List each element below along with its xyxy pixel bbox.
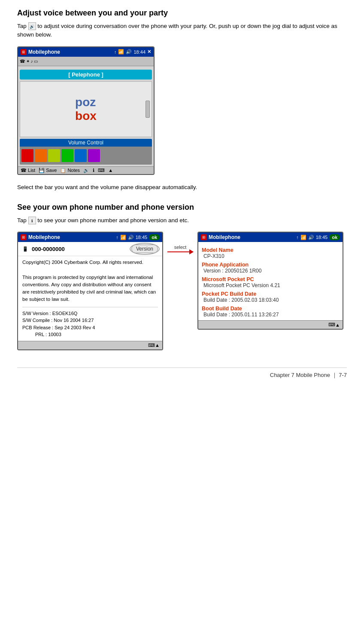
color-bar-yellow — [48, 149, 60, 162]
right-titlebar-text: Mobilephone — [209, 234, 240, 240]
windows-icon: ⊞ — [21, 49, 27, 55]
phone-number-row: 📱 000-0000000 Version — [18, 242, 162, 256]
color-bar-purple — [88, 149, 100, 162]
color-bar-blue — [75, 149, 87, 162]
titlebar-text1: Mobilephone — [28, 49, 60, 55]
model-name-value: CP-X310 — [202, 253, 339, 259]
version-body: Model Name CP-X310 Phone Application Ver… — [198, 242, 343, 320]
tap-icon2: ℹ — [28, 217, 36, 224]
phone-app-value: Version : 20050126 1R00 — [202, 268, 339, 274]
right-time: 18:45 — [316, 235, 328, 240]
left-titlebar-text: Mobilephone — [28, 234, 60, 240]
screenshot1-caption: Select the bar you want and the volume p… — [17, 183, 347, 192]
phone-top-bar1: ☎ ✦ ♪ ▭ — [18, 57, 154, 66]
notice-text: This program is protected by copyright l… — [22, 274, 158, 303]
color-bar-green — [61, 149, 73, 162]
footer-chapter: Chapter 7 Mobile Phone — [270, 372, 330, 378]
arrow-shaft — [167, 251, 193, 252]
left-bottom-keyboard: ⌨ ▲ — [18, 341, 162, 349]
arrow-icon-left: ▲ — [155, 343, 160, 348]
wifi-icon: 📶 — [118, 49, 124, 55]
right-volume-icon: 🔊 — [308, 235, 314, 240]
right-wifi-icon: 📶 — [300, 235, 306, 240]
dual-screens-container: ⊞ Mobilephone ↑ 📶 🔊 18:45 ok 📱 000-00000… — [17, 232, 347, 350]
titlebar-icons1: ↑ 📶 🔊 18:44 ✕ — [114, 49, 151, 55]
phone-body1: [ Pelephone ] poz box Volume Control — [18, 66, 154, 166]
right-titlebar: ⊞ Mobilephone ↑ 📶 🔊 18:45 ok — [198, 233, 343, 242]
color-bars — [20, 147, 152, 165]
left-titlebar: ⊞ Mobilephone ↑ 📶 🔊 18:45 ok — [18, 233, 162, 242]
footer-separator: ｜ — [332, 372, 339, 378]
version-button[interactable]: Version — [131, 245, 158, 253]
keyboard-icon-right: ⌨ — [328, 322, 335, 328]
left-volume-icon: 🔊 — [128, 235, 134, 240]
phone-app-label: Phone Application — [202, 262, 339, 268]
pelephone-bar: [ Pelephone ] — [20, 70, 152, 80]
model-name-label: Model Name — [202, 247, 339, 253]
info-body: Copyright(C) 2004 Cyberbank Corp. All ri… — [18, 256, 162, 341]
pcb-release: PCB Release : Sep 24 2003 Rev 4 — [22, 324, 158, 331]
section1-title: Adjust voice between you and your party — [17, 9, 347, 18]
right-ok-btn[interactable]: ok — [329, 234, 340, 240]
right-signal-icon: ↑ — [296, 235, 299, 240]
pocket-build-value: Build Date : 2005.02.03 18:03:40 — [202, 297, 339, 303]
boot-build-label: Boot Build Date — [202, 306, 339, 312]
left-ok-btn[interactable]: ok — [149, 234, 160, 240]
box-text: box — [75, 109, 97, 123]
left-time: 18:45 — [136, 235, 148, 240]
arrow-icon-right: ▲ — [335, 322, 340, 328]
arrow-head — [189, 249, 194, 254]
left-info-screen: ⊞ Mobilephone ↑ 📶 🔊 18:45 ok 📱 000-00000… — [17, 232, 163, 350]
video-area: poz box — [20, 81, 152, 137]
bottom-list: ☎ List — [21, 168, 35, 173]
right-version-screen: ⊞ Mobilephone ↑ 📶 🔊 18:45 ok Model Name … — [197, 232, 343, 330]
boot-build-value: Build Date : 2005.01.11 13:26:27 — [202, 312, 339, 318]
bottom-volume: 🔊 — [83, 168, 89, 173]
color-bar-orange — [35, 149, 47, 162]
footer-page: 7-7 — [339, 372, 347, 378]
poz-text: poz — [75, 95, 97, 109]
phone-icon-left: 📱 — [22, 246, 28, 252]
color-bar-red — [21, 149, 33, 162]
arrow-line — [167, 251, 193, 252]
sw-compile: S/W Compile : Nov 16 2004 16:27 — [22, 317, 158, 324]
footer: Chapter 7 Mobile Phone ｜ 7-7 — [17, 367, 347, 379]
bottom-save: 💾 Save — [39, 168, 57, 173]
left-signal-icon: ↑ — [116, 235, 118, 240]
arrow-area: select — [163, 232, 197, 252]
right-titlebar-icons: ↑ 📶 🔊 18:45 ok — [296, 234, 340, 240]
sw-version: S/W Version : ESOEK16Q — [22, 310, 158, 317]
scrollbar-area — [146, 101, 150, 118]
sw-section: S/W Version : ESOEK16Q S/W Compile : Nov… — [22, 307, 158, 338]
close-icon1: ✕ — [147, 49, 151, 55]
keyboard-icon-left: ⌨ — [148, 343, 155, 348]
top-bar-icons: ☎ ✦ ♪ ▭ — [20, 59, 38, 64]
bottom-arrow: ▲ — [108, 168, 113, 173]
select-label: select — [174, 245, 187, 250]
volume-icon: 🔊 — [126, 49, 132, 55]
right-bottom-keyboard: ⌨ ▲ — [198, 320, 343, 329]
left-titlebar-icons: ↑ 📶 🔊 18:45 ok — [116, 234, 160, 240]
phone-bottom-bar1: ☎ List 💾 Save 📋 Notes 🔊 ℹ ⌨ ▲ — [18, 166, 154, 174]
pocket-build-label: Pocket PC Build Date — [202, 291, 339, 297]
screenshot1-container: ⊞ Mobilephone ↑ 📶 🔊 18:44 ✕ ☎ ✦ ♪ ▭ [ Pe… — [17, 46, 347, 176]
windows-icon-right: ⊞ — [201, 234, 207, 240]
phone-titlebar1: ⊞ Mobilephone ↑ 📶 🔊 18:44 ✕ — [18, 47, 154, 57]
section1-body-text: to adjust voice during conversation over… — [17, 23, 337, 38]
bottom-keyboard: ⌨ — [98, 168, 105, 173]
signal-icon: ↑ — [114, 49, 117, 55]
phone-number-display: 000-0000000 — [32, 246, 65, 252]
scrollbar — [146, 101, 150, 118]
logo-area: poz box — [75, 95, 97, 123]
section1-body: Tap 🔊 to adjust voice during conversatio… — [17, 22, 347, 40]
ms-pocket-label: Microsoft Pocket PC — [202, 276, 339, 282]
left-wifi-icon: 📶 — [120, 235, 126, 240]
tap-icon1: 🔊 — [28, 22, 36, 30]
copyright-text: Copyright(C) 2004 Cyberbank Corp. All ri… — [22, 259, 158, 266]
volume-control-label: Volume Control — [20, 139, 152, 147]
bottom-notes: 📋 Notes — [60, 168, 80, 173]
version-btn-container: Version — [131, 245, 158, 253]
section2-title: See your own phone number and phone vers… — [17, 203, 347, 212]
windows-icon-left: ⊞ — [21, 234, 27, 240]
section2-body-text: to see your own phone number and phone v… — [37, 217, 189, 224]
